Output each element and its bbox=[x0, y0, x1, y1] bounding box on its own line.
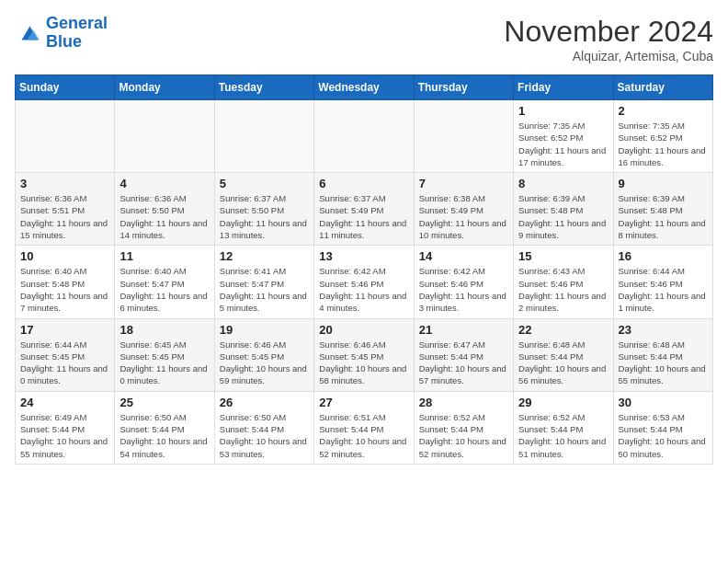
day-info: Sunrise: 7:35 AMSunset: 6:52 PMDaylight:… bbox=[518, 120, 608, 168]
day-number: 15 bbox=[518, 249, 608, 263]
page-header: General Blue November 2024 Alquizar, Art… bbox=[15, 15, 713, 63]
day-number: 3 bbox=[20, 177, 109, 190]
calendar-cell: 29Sunrise: 6:52 AMSunset: 5:44 PMDayligh… bbox=[514, 391, 613, 464]
day-info: Sunrise: 6:44 AMSunset: 5:45 PMDaylight:… bbox=[20, 339, 109, 387]
day-number: 16 bbox=[619, 249, 708, 263]
day-number: 10 bbox=[20, 249, 109, 263]
logo-text: General Blue bbox=[46, 15, 108, 52]
day-number: 13 bbox=[319, 249, 408, 263]
week-row-5: 24Sunrise: 6:49 AMSunset: 5:44 PMDayligh… bbox=[16, 391, 713, 464]
weekday-header-thursday: Thursday bbox=[414, 75, 513, 100]
day-number: 7 bbox=[419, 177, 508, 190]
day-number: 17 bbox=[20, 323, 109, 337]
calendar-cell: 9Sunrise: 6:39 AMSunset: 5:48 PMDaylight… bbox=[613, 173, 712, 246]
day-info: Sunrise: 6:36 AMSunset: 5:51 PMDaylight:… bbox=[20, 192, 109, 241]
weekday-header-sunday: Sunday bbox=[16, 75, 115, 100]
weekday-header-friday: Friday bbox=[514, 75, 613, 100]
day-info: Sunrise: 6:48 AMSunset: 5:44 PMDaylight:… bbox=[518, 339, 608, 387]
day-info: Sunrise: 6:37 AMSunset: 5:49 PMDaylight:… bbox=[319, 192, 408, 241]
calendar-cell: 18Sunrise: 6:45 AMSunset: 5:45 PMDayligh… bbox=[115, 318, 214, 391]
day-info: Sunrise: 6:48 AMSunset: 5:44 PMDaylight:… bbox=[619, 339, 708, 387]
month-title: November 2024 bbox=[504, 15, 713, 49]
day-info: Sunrise: 6:40 AMSunset: 5:48 PMDaylight:… bbox=[20, 265, 109, 314]
calendar-cell: 28Sunrise: 6:52 AMSunset: 5:44 PMDayligh… bbox=[414, 391, 513, 464]
calendar-cell: 6Sunrise: 6:37 AMSunset: 5:49 PMDaylight… bbox=[314, 173, 414, 246]
day-number: 25 bbox=[119, 396, 209, 409]
calendar-cell: 4Sunrise: 6:36 AMSunset: 5:50 PMDaylight… bbox=[115, 173, 214, 246]
weekday-header-saturday: Saturday bbox=[613, 75, 712, 100]
calendar-cell: 10Sunrise: 6:40 AMSunset: 5:48 PMDayligh… bbox=[16, 246, 115, 318]
day-number: 8 bbox=[518, 177, 608, 190]
day-number: 2 bbox=[619, 104, 708, 118]
day-number: 14 bbox=[419, 249, 508, 263]
day-number: 5 bbox=[220, 177, 309, 190]
calendar-cell: 16Sunrise: 6:44 AMSunset: 5:46 PMDayligh… bbox=[613, 246, 712, 318]
calendar-cell: 1Sunrise: 7:35 AMSunset: 6:52 PMDaylight… bbox=[514, 100, 613, 173]
calendar-cell: 5Sunrise: 6:37 AMSunset: 5:50 PMDaylight… bbox=[214, 173, 313, 246]
day-number: 23 bbox=[619, 323, 708, 337]
calendar-cell: 20Sunrise: 6:46 AMSunset: 5:45 PMDayligh… bbox=[314, 318, 414, 391]
day-number: 22 bbox=[518, 323, 608, 337]
day-info: Sunrise: 6:38 AMSunset: 5:49 PMDaylight:… bbox=[419, 192, 508, 241]
weekday-header-row: SundayMondayTuesdayWednesdayThursdayFrid… bbox=[16, 75, 713, 100]
day-info: Sunrise: 6:39 AMSunset: 5:48 PMDaylight:… bbox=[518, 192, 608, 241]
day-number: 28 bbox=[419, 396, 508, 409]
calendar-table: SundayMondayTuesdayWednesdayThursdayFrid… bbox=[15, 75, 713, 465]
calendar-cell: 3Sunrise: 6:36 AMSunset: 5:51 PMDaylight… bbox=[16, 173, 115, 246]
week-row-4: 17Sunrise: 6:44 AMSunset: 5:45 PMDayligh… bbox=[16, 318, 713, 391]
day-info: Sunrise: 6:39 AMSunset: 5:48 PMDaylight:… bbox=[619, 192, 708, 241]
calendar-cell: 2Sunrise: 7:35 AMSunset: 6:52 PMDaylight… bbox=[613, 100, 712, 173]
day-info: Sunrise: 6:51 AMSunset: 5:44 PMDaylight:… bbox=[319, 411, 408, 460]
calendar-cell: 21Sunrise: 6:47 AMSunset: 5:44 PMDayligh… bbox=[414, 318, 513, 391]
weekday-header-monday: Monday bbox=[115, 75, 214, 100]
week-row-1: 1Sunrise: 7:35 AMSunset: 6:52 PMDaylight… bbox=[16, 100, 713, 173]
calendar-cell: 17Sunrise: 6:44 AMSunset: 5:45 PMDayligh… bbox=[16, 318, 115, 391]
day-info: Sunrise: 6:44 AMSunset: 5:46 PMDaylight:… bbox=[619, 265, 708, 314]
day-info: Sunrise: 7:35 AMSunset: 6:52 PMDaylight:… bbox=[619, 120, 708, 168]
day-info: Sunrise: 6:37 AMSunset: 5:50 PMDaylight:… bbox=[220, 192, 309, 241]
day-info: Sunrise: 6:41 AMSunset: 5:47 PMDaylight:… bbox=[220, 265, 309, 314]
day-info: Sunrise: 6:45 AMSunset: 5:45 PMDaylight:… bbox=[119, 339, 209, 387]
day-info: Sunrise: 6:47 AMSunset: 5:44 PMDaylight:… bbox=[419, 339, 508, 387]
day-info: Sunrise: 6:40 AMSunset: 5:47 PMDaylight:… bbox=[119, 265, 209, 314]
location-subtitle: Alquizar, Artemisa, Cuba bbox=[504, 49, 713, 63]
day-number: 27 bbox=[319, 396, 408, 409]
calendar-cell: 8Sunrise: 6:39 AMSunset: 5:48 PMDaylight… bbox=[514, 173, 613, 246]
day-info: Sunrise: 6:50 AMSunset: 5:44 PMDaylight:… bbox=[119, 411, 209, 460]
weekday-header-tuesday: Tuesday bbox=[214, 75, 313, 100]
weekday-header-wednesday: Wednesday bbox=[314, 75, 414, 100]
calendar-cell bbox=[414, 100, 513, 173]
title-block: November 2024 Alquizar, Artemisa, Cuba bbox=[504, 15, 713, 63]
day-info: Sunrise: 6:36 AMSunset: 5:50 PMDaylight:… bbox=[119, 192, 209, 241]
day-number: 9 bbox=[619, 177, 708, 190]
day-number: 11 bbox=[119, 249, 209, 263]
day-number: 24 bbox=[20, 396, 109, 409]
calendar-cell: 25Sunrise: 6:50 AMSunset: 5:44 PMDayligh… bbox=[115, 391, 214, 464]
calendar-cell: 15Sunrise: 6:43 AMSunset: 5:46 PMDayligh… bbox=[514, 246, 613, 318]
calendar-cell: 14Sunrise: 6:42 AMSunset: 5:46 PMDayligh… bbox=[414, 246, 513, 318]
calendar-cell bbox=[115, 100, 214, 173]
calendar-cell bbox=[314, 100, 414, 173]
calendar-cell: 11Sunrise: 6:40 AMSunset: 5:47 PMDayligh… bbox=[115, 246, 214, 318]
week-row-3: 10Sunrise: 6:40 AMSunset: 5:48 PMDayligh… bbox=[16, 246, 713, 318]
day-number: 20 bbox=[319, 323, 408, 337]
day-info: Sunrise: 6:50 AMSunset: 5:44 PMDaylight:… bbox=[220, 411, 309, 460]
day-number: 12 bbox=[220, 249, 309, 263]
day-info: Sunrise: 6:42 AMSunset: 5:46 PMDaylight:… bbox=[319, 265, 408, 314]
day-info: Sunrise: 6:42 AMSunset: 5:46 PMDaylight:… bbox=[419, 265, 508, 314]
day-number: 19 bbox=[220, 323, 309, 337]
calendar-cell: 13Sunrise: 6:42 AMSunset: 5:46 PMDayligh… bbox=[314, 246, 414, 318]
day-number: 29 bbox=[518, 396, 608, 409]
day-info: Sunrise: 6:46 AMSunset: 5:45 PMDaylight:… bbox=[319, 339, 408, 387]
calendar-cell bbox=[16, 100, 115, 173]
day-number: 6 bbox=[319, 177, 408, 190]
day-info: Sunrise: 6:43 AMSunset: 5:46 PMDaylight:… bbox=[518, 265, 608, 314]
day-info: Sunrise: 6:52 AMSunset: 5:44 PMDaylight:… bbox=[419, 411, 508, 460]
day-number: 1 bbox=[518, 104, 608, 118]
day-number: 21 bbox=[419, 323, 508, 337]
calendar-cell: 7Sunrise: 6:38 AMSunset: 5:49 PMDaylight… bbox=[414, 173, 513, 246]
logo-icon bbox=[15, 19, 42, 47]
calendar-cell: 22Sunrise: 6:48 AMSunset: 5:44 PMDayligh… bbox=[514, 318, 613, 391]
day-info: Sunrise: 6:53 AMSunset: 5:44 PMDaylight:… bbox=[619, 411, 708, 460]
calendar-cell: 19Sunrise: 6:46 AMSunset: 5:45 PMDayligh… bbox=[214, 318, 313, 391]
